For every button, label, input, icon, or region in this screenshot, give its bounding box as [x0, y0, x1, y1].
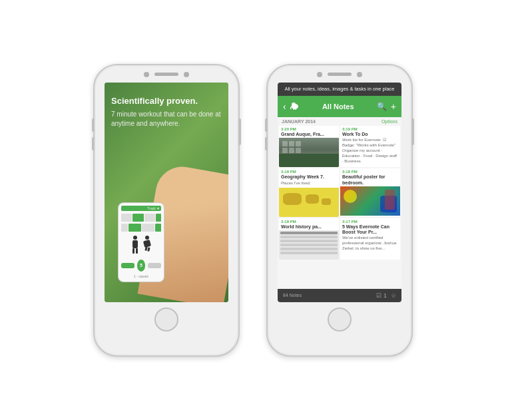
- note-card-3[interactable]: 3:18 PM Geography Week 7. Places I've li…: [279, 168, 339, 216]
- svg-rect-3: [295, 108, 296, 110]
- mini-box-4: [156, 214, 161, 222]
- front-sensor-2: [357, 72, 362, 77]
- note-image-map: [279, 188, 339, 217]
- speaker-2: [328, 73, 352, 76]
- map-shape-3: [322, 198, 331, 205]
- mini-box-2: [132, 214, 143, 222]
- note-title-2: Work To Do: [340, 131, 400, 138]
- front-sensor: [184, 72, 189, 77]
- note-title-3: Geography Week 7.: [279, 174, 339, 180]
- figure-standing: [130, 236, 140, 256]
- side-button-power: [238, 118, 241, 145]
- notes-count: 84 Notes: [283, 293, 302, 298]
- note-body-6: We've enlisted certified professional or…: [340, 236, 400, 252]
- phone-2: All your notes, ideas, images & tasks in…: [266, 64, 413, 357]
- table-line-1: [280, 232, 338, 234]
- note-title-5: World history pa...: [279, 224, 339, 230]
- mini-box-7: [142, 224, 154, 232]
- mini-box-8: [155, 224, 162, 232]
- map-shape-1: [283, 193, 302, 205]
- phone-2-screen: All your notes, ideas, images & tasks in…: [278, 83, 401, 302]
- footer-icons: ☑ 1 ☆: [376, 292, 396, 299]
- mini-figures: [121, 236, 161, 256]
- front-camera-2: [317, 72, 322, 77]
- table-line-6: [280, 252, 338, 254]
- timer-circle: 5: [137, 260, 146, 272]
- evernote-title: All Notes: [304, 103, 373, 110]
- note-image-table: [279, 230, 339, 260]
- note-card-1[interactable]: 3:20 PM Grand Auque, Fra...: [279, 126, 339, 167]
- table-lines: [279, 230, 339, 260]
- evernote-promo-bar: All your notes, ideas, images & tasks in…: [278, 83, 401, 97]
- mini-phone: Track ▼: [118, 202, 164, 282]
- phone-1: Scientifically proven. 7 minute workout …: [93, 64, 240, 357]
- note-title-1: Grand Auque, Fra...: [279, 131, 339, 138]
- figure-sq-leg-2: [147, 247, 150, 252]
- fitness-app-screen: Scientifically proven. 7 minute workout …: [105, 83, 228, 302]
- note-time-3: 3:18 PM: [279, 168, 339, 174]
- options-button[interactable]: Options: [381, 119, 397, 124]
- note-card-5[interactable]: 3:18 PM World history pa...: [279, 218, 339, 260]
- checkbox-icon: ☑ 1: [376, 292, 387, 299]
- table-line-3: [280, 240, 338, 242]
- figure-sq-head: [145, 236, 149, 240]
- note-time-1: 3:20 PM: [279, 126, 339, 131]
- progress-bar: [121, 263, 134, 268]
- side-button-vol-up-2: [265, 118, 268, 132]
- notes-grid: 3:20 PM Grand Auque, Fra... 3:19 PM W: [278, 126, 401, 260]
- search-icon[interactable]: 🔍: [377, 102, 387, 111]
- note-image-building: [279, 138, 339, 167]
- side-button-vol-down: [92, 137, 95, 150]
- phone-1-screen: Scientifically proven. 7 minute workout …: [105, 83, 228, 302]
- note-image-poster: [340, 186, 400, 216]
- phone-1-top-bar: [95, 65, 238, 77]
- note-body-3: Places I've lived:: [279, 181, 339, 188]
- mini-top-bar: Track ▼: [121, 206, 161, 211]
- elephant-icon: [290, 101, 300, 112]
- section-header: JANUARY 2014 Options: [278, 117, 401, 126]
- add-note-icon[interactable]: +: [391, 101, 396, 112]
- table-line-5: [280, 248, 338, 250]
- note-card-6[interactable]: 3:17 PM 5 Ways Evernote Can Boost Your P…: [340, 218, 400, 260]
- star-icon[interactable]: ☆: [391, 292, 396, 299]
- front-camera: [144, 72, 149, 77]
- note-card-4[interactable]: 3:18 PM Beautiful poster for bedroom.: [340, 168, 400, 216]
- home-button-1[interactable]: [154, 308, 178, 331]
- fitness-text-block: Scientifically proven. 7 minute workout …: [111, 96, 222, 129]
- fitness-subtitle: 7 minute workout that can be done at any…: [111, 110, 222, 128]
- svg-point-1: [292, 103, 296, 106]
- fitness-title: Scientifically proven.: [111, 96, 222, 106]
- mini-box-6: [128, 224, 141, 232]
- figure-body: [132, 240, 138, 248]
- note-time-2: 3:19 PM: [340, 126, 400, 131]
- figure-leg: [132, 248, 134, 254]
- note-title-4: Beautiful poster for bedroom.: [340, 174, 400, 186]
- progress-bar-gray: [148, 263, 161, 268]
- side-button-vol-down-2: [265, 137, 268, 150]
- home-button-2[interactable]: [328, 308, 352, 331]
- phone-2-top-bar: [268, 65, 411, 77]
- map-shape-2: [306, 194, 319, 204]
- side-button-vol-up: [92, 118, 95, 132]
- note-title-6: 5 Ways Evernote Can Boost Your Pr...: [340, 224, 400, 236]
- table-line-2: [280, 236, 338, 238]
- note-time-6: 3:17 PM: [340, 218, 400, 224]
- note-card-2[interactable]: 3:19 PM Work To Do Work list for Evernot…: [340, 126, 400, 167]
- evernote-navbar[interactable]: ‹ All Notes 🔍 +: [278, 96, 401, 117]
- figure-leg-2: [136, 248, 138, 254]
- mini-phone-screen: Track ▼: [119, 203, 164, 282]
- back-icon[interactable]: ‹: [283, 101, 286, 112]
- figure-squatting: [142, 236, 152, 256]
- svg-rect-2: [293, 108, 294, 110]
- mini-box-3: [144, 214, 155, 222]
- section-date: JANUARY 2014: [282, 119, 316, 124]
- evernote-app-screen: All your notes, ideas, images & tasks in…: [278, 83, 401, 302]
- note-time-4: 3:18 PM: [340, 168, 400, 174]
- promo-text: All your notes, ideas, images & tasks in…: [284, 86, 394, 92]
- note-time-5: 3:18 PM: [279, 218, 339, 224]
- side-button-power-2: [411, 118, 414, 145]
- table-line-4: [280, 244, 338, 246]
- evernote-footer: 84 Notes ☑ 1 ☆: [278, 289, 401, 302]
- mini-box-1: [121, 214, 132, 222]
- note-body-2: Work list for Evernote: ☑ Badge: "Works …: [340, 138, 400, 165]
